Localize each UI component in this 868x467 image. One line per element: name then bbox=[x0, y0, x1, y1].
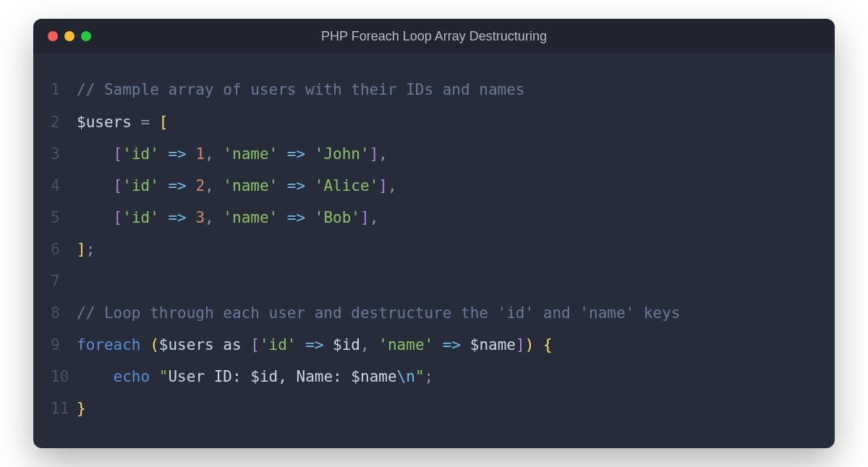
keyword-token: foreach bbox=[77, 336, 141, 354]
code-line: 10 echo "User ID: $id, Name: $name\n"; bbox=[51, 361, 817, 393]
paren: ) bbox=[525, 336, 535, 354]
line-number: 7 bbox=[51, 265, 77, 297]
space bbox=[141, 336, 150, 354]
string-token: 'id' bbox=[122, 209, 159, 226]
arrow-token: => bbox=[159, 177, 196, 194]
variable-token: $id bbox=[333, 336, 360, 354]
bracket: ] bbox=[378, 177, 388, 194]
close-icon[interactable] bbox=[48, 31, 58, 41]
space bbox=[534, 336, 543, 354]
variable-token: $name bbox=[470, 336, 516, 354]
window-controls bbox=[48, 31, 91, 41]
bracket: [ bbox=[250, 336, 260, 354]
quote: " bbox=[415, 368, 425, 385]
string-token: 'Alice' bbox=[315, 177, 379, 194]
bracket: [ bbox=[114, 145, 123, 163]
variable-token: $name bbox=[351, 368, 396, 385]
line-number: 1 bbox=[51, 74, 77, 106]
code-line: 11 } bbox=[51, 393, 817, 424]
punct: ; bbox=[425, 368, 434, 385]
punct: , bbox=[370, 209, 379, 226]
indent bbox=[77, 209, 114, 226]
code-window: PHP Foreach Loop Array Destructuring 1 /… bbox=[33, 19, 835, 447]
string-token: 'id' bbox=[122, 145, 159, 163]
code-line: 4 ['id' => 2, 'name' => 'Alice'], bbox=[51, 170, 817, 202]
bracket: [ bbox=[114, 209, 123, 226]
bracket: ] bbox=[77, 241, 86, 258]
space bbox=[150, 368, 159, 385]
line-number: 11 bbox=[51, 393, 77, 424]
string-token: 'Bob' bbox=[315, 209, 360, 226]
arrow-token: => bbox=[159, 145, 196, 163]
number-token: 2 bbox=[195, 177, 205, 194]
punct: ; bbox=[86, 241, 95, 258]
punct: , bbox=[388, 177, 397, 194]
indent bbox=[77, 368, 114, 385]
arrow-token: => bbox=[278, 145, 315, 163]
punct: , bbox=[378, 145, 388, 163]
string-token: 'id' bbox=[260, 336, 297, 354]
line-number: 6 bbox=[51, 234, 77, 265]
keyword-token: echo bbox=[114, 368, 150, 385]
bracket: ] bbox=[370, 145, 379, 163]
arrow-token: => bbox=[278, 209, 315, 226]
paren: ( bbox=[150, 336, 159, 354]
string-token: 'name' bbox=[223, 209, 278, 226]
string-token: 'id' bbox=[122, 177, 159, 194]
line-number: 3 bbox=[51, 138, 77, 170]
number-token: 1 bbox=[195, 145, 205, 163]
arrow-token: => bbox=[433, 336, 470, 354]
comment-text: // Sample array of users with their IDs … bbox=[77, 81, 525, 98]
variable-token: $id bbox=[250, 368, 278, 385]
quote: " bbox=[159, 368, 169, 385]
code-line: 5 ['id' => 3, 'name' => 'Bob'], bbox=[51, 202, 817, 234]
variable-token: $users bbox=[159, 336, 214, 354]
punct: , bbox=[205, 209, 223, 226]
arrow-token: => bbox=[278, 177, 315, 194]
titlebar: PHP Foreach Loop Array Destructuring bbox=[33, 19, 835, 53]
minimize-icon[interactable] bbox=[64, 31, 75, 41]
code-line: 6 ]; bbox=[51, 234, 817, 265]
string-token: 'name' bbox=[223, 177, 278, 194]
code-line: 1 // Sample array of users with their ID… bbox=[51, 74, 817, 106]
maximize-icon[interactable] bbox=[81, 31, 91, 41]
bracket: [ bbox=[159, 113, 169, 131]
punct: = bbox=[132, 113, 159, 131]
code-line: 9 foreach ($users as ['id' => $id, 'name… bbox=[51, 329, 817, 361]
bracket: ] bbox=[516, 336, 525, 354]
arrow-token: => bbox=[159, 209, 196, 226]
bracket: [ bbox=[114, 177, 123, 194]
string-token: 'name' bbox=[378, 336, 433, 354]
brace: } bbox=[77, 400, 86, 417]
indent bbox=[77, 145, 114, 163]
bracket: ] bbox=[360, 209, 370, 226]
code-line: 8 // Loop through each user and destruct… bbox=[51, 297, 817, 329]
code-line: 2 $users = [ bbox=[51, 106, 817, 138]
line-number: 5 bbox=[51, 202, 77, 234]
variable-token: $users bbox=[77, 113, 132, 131]
string-text: User ID: bbox=[168, 368, 250, 385]
code-editor[interactable]: 1 // Sample array of users with their ID… bbox=[33, 53, 835, 447]
number-token: 3 bbox=[195, 209, 205, 226]
arrow-token: => bbox=[297, 336, 333, 354]
string-token: 'name' bbox=[223, 145, 278, 163]
punct: , bbox=[205, 145, 223, 163]
code-line: 3 ['id' => 1, 'name' => 'John'], bbox=[51, 138, 817, 170]
escape-token: \n bbox=[397, 368, 415, 385]
punct: , bbox=[360, 336, 378, 354]
indent bbox=[77, 177, 114, 194]
string-text: , Name: bbox=[278, 368, 351, 385]
line-number: 9 bbox=[51, 329, 77, 361]
comment-text: // Loop through each user and destructur… bbox=[77, 304, 680, 322]
brace: { bbox=[543, 336, 553, 354]
as-token: as bbox=[214, 336, 251, 354]
line-number: 2 bbox=[51, 106, 77, 138]
line-number: 10 bbox=[51, 361, 77, 393]
punct: , bbox=[205, 177, 223, 194]
code-line: 7 bbox=[51, 265, 817, 297]
line-number: 8 bbox=[51, 297, 77, 329]
window-title: PHP Foreach Loop Array Destructuring bbox=[48, 29, 820, 44]
string-token: 'John' bbox=[315, 145, 370, 163]
line-number: 4 bbox=[51, 170, 77, 202]
